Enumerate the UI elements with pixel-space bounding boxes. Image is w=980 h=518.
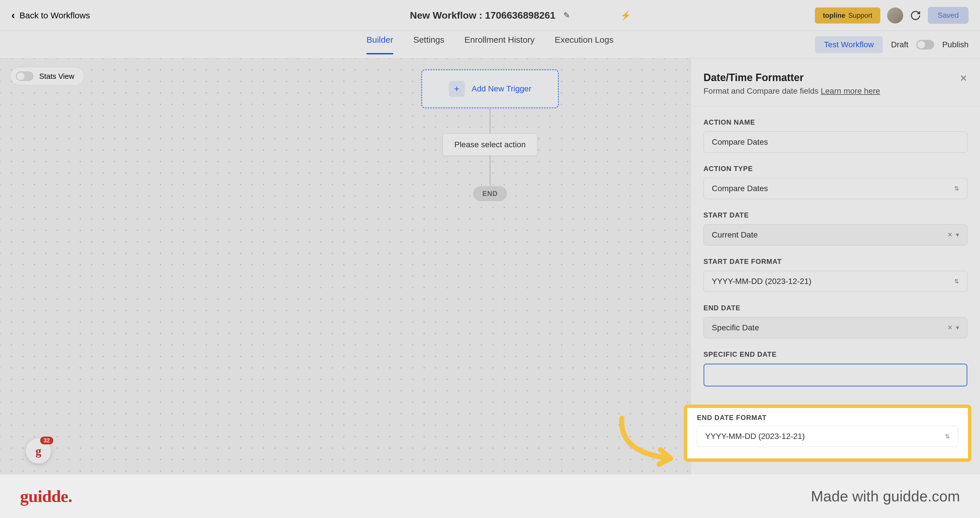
tab-enrollment[interactable]: Enrollment History [465, 35, 535, 54]
add-trigger-label: Add New Trigger [472, 84, 531, 94]
stats-view-label: Stats View [39, 72, 74, 81]
saved-button: Saved [928, 7, 969, 24]
helper-badge: 32 [40, 437, 53, 444]
workflow-title-wrap: New Workflow : 1706636898261 ✎ [410, 10, 570, 21]
action-type-label: ACTION TYPE [703, 165, 967, 173]
chevron-left-icon: ‹ [11, 10, 15, 21]
back-label: Back to Workflows [19, 11, 90, 20]
start-date-format-label: START DATE FORMAT [703, 257, 967, 265]
stats-view-pill: Stats View [10, 67, 84, 85]
chevron-updown-icon: ⇅ [945, 435, 950, 438]
select-icons: ✕ ▾ [947, 231, 959, 239]
support-button[interactable]: topline Support [815, 8, 881, 24]
highlight-box: END DATE FORMAT YYYY-MM-DD (2023-12-21) … [684, 405, 971, 462]
start-date-format-select[interactable]: YYYY-MM-DD (2023-12-21) ⇅ [703, 271, 967, 292]
bolt-icon: ⚡ [620, 10, 631, 20]
end-date-select[interactable]: Specific Date ✕ ▾ [703, 317, 967, 338]
select-icons: ✕ ▾ [947, 324, 959, 332]
draft-label: Draft [891, 40, 908, 49]
action-name-input[interactable] [703, 132, 967, 153]
stats-view-toggle[interactable] [16, 72, 33, 81]
tab-settings[interactable]: Settings [413, 35, 444, 54]
support-label: Support [848, 11, 872, 19]
start-date-select[interactable]: Current Date ✕ ▾ [703, 224, 967, 246]
guidde-logo: guidde. [20, 486, 72, 506]
footer: guidde. Made with guidde.com [0, 474, 980, 518]
made-with-label: Made with guidde.com [811, 488, 960, 505]
tab-execution[interactable]: Execution Logs [555, 35, 614, 54]
select-action-node[interactable]: Please select action [442, 133, 537, 156]
panel-title: Date/Time Formatter [703, 72, 967, 84]
workflow-title: New Workflow : 1706636898261 [410, 10, 555, 21]
action-type-select[interactable]: Compare Dates ⇅ [703, 178, 967, 199]
chevron-updown-icon: ⇅ [954, 187, 959, 190]
avatar[interactable] [887, 8, 903, 24]
refresh-icon[interactable] [910, 10, 921, 21]
chevron-updown-icon: ⇅ [954, 280, 959, 283]
start-date-label: START DATE [703, 211, 967, 219]
action-name-label: ACTION NAME [703, 118, 967, 126]
tabs: Builder Settings Enrollment History Exec… [366, 35, 614, 54]
end-date-label: END DATE [703, 304, 967, 312]
helper-bubble[interactable]: g 32 [26, 439, 51, 464]
end-date-format-select[interactable]: YYYY-MM-DD (2023-12-21) ⇅ [697, 426, 958, 447]
panel-subtitle: Format and Compare date fields Learn mor… [703, 87, 967, 96]
connector-line [490, 155, 490, 186]
arrow-icon [613, 413, 682, 470]
tab-builder[interactable]: Builder [366, 35, 393, 54]
end-node: END [473, 186, 507, 201]
sub-bar: Builder Settings Enrollment History Exec… [0, 31, 980, 59]
test-workflow-button[interactable]: Test Workflow [815, 36, 883, 53]
support-prefix: topline [823, 11, 846, 19]
close-icon[interactable]: ✕ [960, 73, 967, 84]
top-right-controls: topline Support Saved [815, 7, 969, 24]
add-trigger-box[interactable]: + Add New Trigger [421, 69, 559, 108]
plus-icon: + [449, 81, 465, 97]
learn-more-link[interactable]: Learn more here [821, 87, 880, 95]
top-bar: ‹ Back to Workflows New Workflow : 17066… [0, 0, 980, 31]
back-button[interactable]: ‹ Back to Workflows [11, 10, 90, 21]
end-date-format-label: END DATE FORMAT [697, 414, 958, 422]
connector-line [490, 108, 490, 133]
publish-label: Publish [942, 40, 969, 49]
sub-bar-right: Test Workflow Draft Publish [815, 36, 980, 53]
publish-toggle[interactable] [916, 40, 934, 49]
pencil-icon[interactable]: ✎ [563, 11, 570, 20]
specific-end-date-input[interactable] [703, 364, 967, 386]
specific-end-date-label: SPECIFIC END DATE [703, 350, 967, 358]
